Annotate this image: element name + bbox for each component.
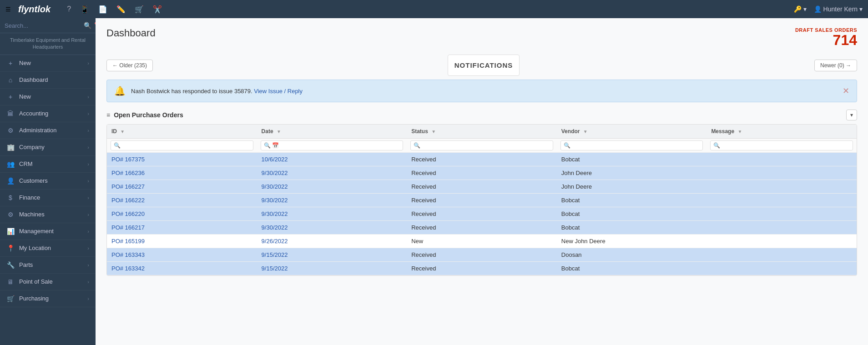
table-row[interactable]: PO# 165199 9/26/2022 New New John Deere [107, 235, 857, 248]
sidebar-item-dashboard[interactable]: ⌂ Dashboard [0, 72, 96, 89]
cell-id: PO# 166236 [107, 166, 257, 180]
cell-status: Received [407, 262, 557, 275]
mobile-icon[interactable]: 📱 [80, 5, 89, 14]
cell-vendor: John Deere [557, 166, 707, 180]
col-header-status[interactable]: Status ▼ [407, 125, 557, 139]
notifications-box: NOTIFICATIONS [448, 55, 520, 76]
cell-id: PO# 166227 [107, 180, 257, 194]
chevron-icon-parts: › [87, 262, 89, 268]
cell-message [707, 262, 857, 275]
older-button[interactable]: ← Older (235) [106, 60, 153, 71]
sidebar-icon-machines: ⚙ [6, 211, 15, 218]
chevron-icon-finance: › [87, 195, 89, 200]
table-row[interactable]: PO# 166236 9/30/2022 Received John Deere [107, 166, 857, 180]
sidebar-item-new1[interactable]: + New › [0, 55, 96, 72]
sidebar-label-company: Company [19, 144, 45, 150]
table-body: PO# 167375 10/6/2022 Received Bobcat PO#… [107, 153, 857, 275]
notification-text-content: Nash Bostwick has responded to issue 358… [131, 88, 252, 95]
sidebar-label-point-of-sale: Point of Sale [19, 278, 53, 285]
sidebar-icon-accounting: 🏛 [6, 110, 15, 117]
table-row[interactable]: PO# 166222 9/30/2022 Received Bobcat [107, 194, 857, 207]
col-header-id[interactable]: ID ▼ [107, 125, 257, 139]
cell-date: 9/30/2022 [257, 180, 407, 194]
cell-message [707, 166, 857, 180]
filter-vendor[interactable] [560, 140, 703, 150]
help-icon[interactable]: ? [67, 5, 71, 14]
table-row[interactable]: PO# 166217 9/30/2022 Received Bobcat [107, 221, 857, 235]
sidebar-label-purchasing: Purchasing [19, 295, 49, 302]
table-row[interactable]: PO# 166227 9/30/2022 Received John Deere [107, 180, 857, 194]
chevron-icon-administration: › [87, 128, 89, 133]
table-row[interactable]: PO# 163343 9/15/2022 Received Doosan [107, 248, 857, 262]
cell-id: PO# 163343 [107, 248, 257, 262]
col-header-vendor[interactable]: Vendor ▼ [557, 125, 707, 139]
sidebar-item-my-location[interactable]: 📍 My Location › [0, 240, 96, 257]
table-row[interactable]: PO# 167375 10/6/2022 Received Bobcat [107, 153, 857, 166]
sidebar-item-management[interactable]: 📊 Management › [0, 223, 96, 240]
sidebar-item-parts[interactable]: 🔧 Parts › [0, 257, 96, 274]
sidebar-item-company[interactable]: 🏢 Company › [0, 139, 96, 156]
cell-date: 9/15/2022 [257, 248, 407, 262]
filter-date[interactable] [261, 140, 404, 150]
cell-id: PO# 166222 [107, 194, 257, 207]
cell-date: 9/26/2022 [257, 235, 407, 248]
sidebar-label-new1: New [19, 60, 31, 66]
edit-icon[interactable]: ✏️ [116, 5, 126, 14]
notification-banner: 🔔 Nash Bostwick has responded to issue 3… [106, 80, 857, 102]
cell-status: Received [407, 194, 557, 207]
sidebar-icon-customers: 👤 [6, 177, 15, 185]
main-layout: 🔍 ✏️ Timberlake Equipment and Rental Hea… [0, 18, 868, 345]
sidebar-item-machines[interactable]: ⚙ Machines › [0, 206, 96, 223]
view-issue-link[interactable]: View Issue / Reply [254, 88, 303, 95]
cell-date: 9/15/2022 [257, 262, 407, 275]
cell-message [707, 180, 857, 194]
cell-date: 9/30/2022 [257, 166, 407, 180]
sidebar-label-my-location: My Location [19, 245, 51, 251]
col-header-date[interactable]: Date ▼ [257, 125, 407, 139]
sidebar-icon-crm: 👥 [6, 160, 15, 168]
cell-date: 10/6/2022 [257, 153, 407, 166]
cell-id: PO# 167375 [107, 153, 257, 166]
filter-message[interactable] [710, 140, 853, 150]
chevron-icon-management: › [87, 229, 89, 234]
cell-vendor: John Deere [557, 180, 707, 194]
filter-icon-id: ▼ [120, 129, 125, 134]
cell-message [707, 207, 857, 221]
document-icon[interactable]: 📄 [98, 5, 107, 14]
key-menu[interactable]: 🔑 ▾ [794, 5, 807, 13]
sidebar-item-customers[interactable]: 👤 Customers › [0, 173, 96, 190]
sidebar-icon-new2: + [6, 93, 15, 100]
hamburger-menu[interactable]: ☰ [5, 6, 11, 13]
page-title: Dashboard [106, 27, 156, 39]
sidebar-item-point-of-sale[interactable]: 🖥 Point of Sale › [0, 274, 96, 290]
chevron-icon-accounting: › [87, 111, 89, 116]
sidebar-item-new2[interactable]: + New › [0, 89, 96, 105]
search-input[interactable] [5, 22, 81, 29]
top-nav-right: 🔑 ▾ 👤 Hunter Kern ▾ [794, 5, 863, 13]
cell-message [707, 194, 857, 207]
cart-icon[interactable]: 🛒 [135, 5, 144, 14]
user-menu[interactable]: 👤 Hunter Kern ▾ [814, 5, 863, 13]
cell-date: 9/30/2022 [257, 194, 407, 207]
table-row[interactable]: PO# 163342 9/15/2022 Received Bobcat [107, 262, 857, 275]
table-row[interactable]: PO# 166220 9/30/2022 Received Bobcat [107, 207, 857, 221]
sidebar-item-crm[interactable]: 👥 CRM › [0, 156, 96, 173]
filter-icon-date: ▼ [277, 129, 281, 134]
filter-id[interactable] [111, 140, 253, 150]
newer-button[interactable]: Newer (0) → [814, 60, 857, 71]
col-header-message[interactable]: Message ▼ [707, 125, 857, 139]
sidebar-item-purchasing[interactable]: 🛒 Purchasing › [0, 290, 96, 307]
cell-status: Received [407, 221, 557, 235]
search-icon[interactable]: 🔍 [84, 22, 91, 29]
scissors-icon[interactable]: ✂️ [153, 5, 162, 14]
chevron-icon-company: › [87, 145, 89, 150]
sidebar-item-finance[interactable]: $ Finance › [0, 190, 96, 206]
table-dropdown-button[interactable]: ▾ [846, 110, 857, 120]
sidebar-item-accounting[interactable]: 🏛 Accounting › [0, 105, 96, 122]
close-notification-button[interactable]: ✕ [843, 86, 849, 96]
cell-id: PO# 166217 [107, 221, 257, 235]
filter-status[interactable] [410, 140, 553, 150]
filter-icon-status: ▼ [431, 129, 436, 134]
sidebar-item-administration[interactable]: ⚙ Administration › [0, 122, 96, 139]
sidebar-label-parts: Parts [19, 261, 33, 268]
